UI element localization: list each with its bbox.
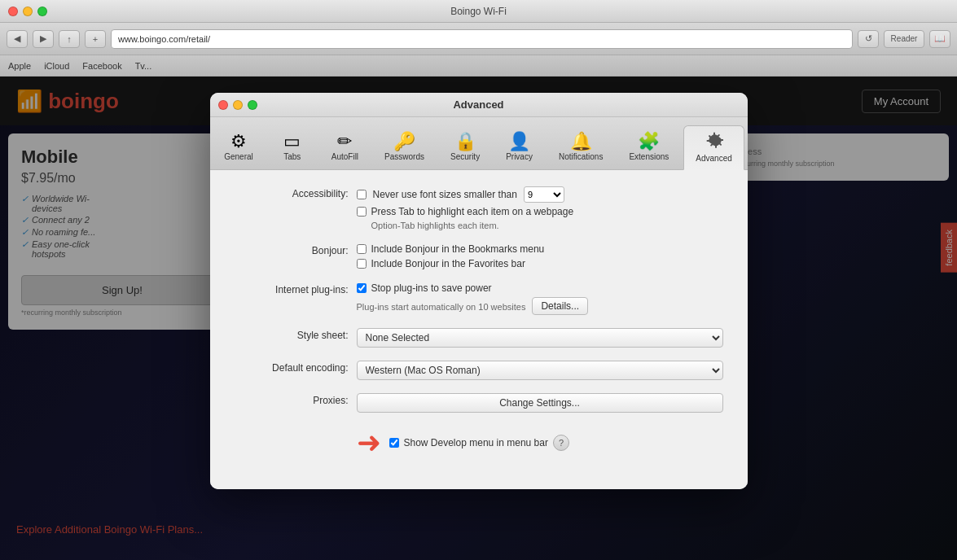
tabs-icon: ▭: [283, 133, 301, 151]
develop-checkbox-row: Show Develop menu in menu bar ?: [389, 435, 569, 451]
general-icon: ⚙: [230, 133, 247, 151]
press-tab-row: Press Tab to highlight each item on a we…: [357, 206, 723, 217]
font-size-row: Never use font sizes smaller than 9: [357, 186, 723, 203]
forward-button[interactable]: ▶: [33, 30, 54, 48]
maximize-button[interactable]: [37, 7, 47, 16]
tab-security[interactable]: 🔒 Security: [439, 128, 491, 168]
dialog-minimize-button[interactable]: [233, 100, 243, 110]
stop-plugins-label: Stop plug-ins to save power: [371, 282, 492, 294]
plugins-controls: Stop plug-ins to save power Plug-ins sta…: [357, 282, 723, 315]
arrow-container: ➜ Show Develop menu in menu bar ?: [357, 426, 723, 460]
tab-notifications-label: Notifications: [559, 152, 603, 161]
stylesheet-label: Style sheet:: [235, 328, 349, 341]
bonjour-label: Bonjour:: [235, 243, 349, 256]
plugins-row: Internet plug-ins: Stop plug-ins to save…: [235, 282, 723, 315]
tab-general-label: General: [224, 152, 253, 161]
accessibility-controls: Never use font sizes smaller than 9 Pres…: [357, 186, 723, 230]
bonjour-favorites-checkbox[interactable]: [357, 259, 367, 269]
accessibility-label: Accessibility:: [235, 186, 349, 199]
tab-advanced[interactable]: Advanced: [683, 125, 744, 170]
stylesheet-controls: None Selected: [357, 328, 723, 348]
share-button[interactable]: ↑: [59, 30, 80, 48]
help-button[interactable]: ?: [553, 435, 569, 451]
show-develop-label: Show Develop menu in menu bar: [404, 437, 548, 448]
bonjour-favorites-row: Include Bonjour in the Favorites bar: [357, 258, 723, 269]
extensions-icon: 🧩: [638, 133, 660, 151]
dialog-titlebar: Advanced: [210, 93, 748, 117]
tab-passwords-label: Passwords: [384, 152, 424, 161]
details-button[interactable]: Details...: [532, 297, 588, 315]
tab-tabs[interactable]: ▭ Tabs: [268, 128, 317, 168]
advanced-dialog: Advanced ⚙ General ▭ Tabs ✏ AutoFill: [210, 93, 748, 489]
bonjour-bookmarks-label: Include Bonjour in the Bookmarks menu: [371, 243, 545, 255]
plugin-note: Plug-ins start automatically on 10 websi…: [357, 302, 526, 312]
browser-title: Boingo Wi-Fi: [450, 6, 507, 17]
dialog-content: Accessibility: Never use font sizes smal…: [210, 170, 748, 489]
develop-label-empty: [235, 426, 349, 427]
title-bar: Boingo Wi-Fi: [0, 0, 957, 23]
tab-notifications[interactable]: 🔔 Notifications: [547, 128, 614, 168]
press-tab-checkbox[interactable]: [357, 207, 367, 217]
dialog-close-button[interactable]: [218, 100, 228, 110]
bookmark-facebook[interactable]: Facebook: [82, 61, 121, 71]
tab-extensions-label: Extensions: [629, 152, 669, 161]
security-icon: 🔒: [454, 133, 476, 151]
encoding-select[interactable]: Western (Mac OS Roman) Unicode (UTF-8): [357, 361, 723, 380]
bonjour-bookmarks-row: Include Bonjour in the Bookmarks menu: [357, 243, 723, 255]
stop-plugins-row: Stop plug-ins to save power: [357, 282, 723, 294]
bookmark-icloud[interactable]: iCloud: [44, 61, 69, 71]
tab-privacy-label: Privacy: [506, 152, 533, 161]
encoding-row: Default encoding: Western (Mac OS Roman)…: [235, 361, 723, 380]
autofill-icon: ✏: [337, 133, 352, 151]
press-tab-label: Press Tab to highlight each item on a we…: [371, 206, 574, 217]
tab-autofill[interactable]: ✏ AutoFill: [320, 128, 370, 168]
tab-extensions[interactable]: 🧩 Extensions: [617, 128, 680, 168]
tab-security-label: Security: [450, 152, 480, 161]
tab-general[interactable]: ⚙ General: [213, 128, 265, 168]
website-content: 📶 boingo My Account Mobile $7.95/mo ✓ Wo…: [0, 77, 957, 560]
dialog-maximize-button[interactable]: [248, 100, 257, 110]
plugins-label: Internet plug-ins:: [235, 282, 349, 295]
sidebar-toggle[interactable]: 📖: [929, 30, 950, 48]
encoding-controls: Western (Mac OS Roman) Unicode (UTF-8): [357, 361, 723, 380]
address-bar-container: [111, 29, 853, 49]
proxies-controls: Change Settings...: [357, 393, 723, 413]
passwords-icon: 🔑: [393, 133, 415, 151]
back-button[interactable]: ◀: [7, 30, 28, 48]
browser-window: Boingo Wi-Fi ◀ ▶ ↑ + ↺ Reader 📖 Apple iC…: [0, 0, 957, 560]
minimize-button[interactable]: [23, 7, 33, 16]
stylesheet-row: Style sheet: None Selected: [235, 328, 723, 348]
font-size-select[interactable]: 9: [524, 186, 564, 203]
close-button[interactable]: [8, 7, 18, 16]
bonjour-bookmarks-checkbox[interactable]: [357, 244, 367, 254]
modal-overlay: Advanced ⚙ General ▭ Tabs ✏ AutoFill: [0, 77, 957, 560]
bonjour-row: Bonjour: Include Bonjour in the Bookmark…: [235, 243, 723, 269]
never-font-sizes-checkbox[interactable]: [357, 190, 367, 199]
show-develop-checkbox[interactable]: [389, 438, 399, 448]
reader-button[interactable]: Reader: [884, 30, 924, 48]
option-tab-note: Option-Tab highlights each item.: [371, 221, 723, 230]
dialog-window-buttons: [218, 100, 257, 110]
bookmark-apple[interactable]: Apple: [8, 61, 31, 71]
bonjour-controls: Include Bonjour in the Bookmarks menu In…: [357, 243, 723, 269]
stylesheet-select[interactable]: None Selected: [357, 328, 723, 348]
develop-row: ➜ Show Develop menu in menu bar ?: [235, 426, 723, 460]
tab-advanced-label: Advanced: [696, 154, 731, 163]
refresh-button[interactable]: ↺: [858, 30, 879, 48]
notifications-icon: 🔔: [570, 133, 592, 151]
proxies-row: Proxies: Change Settings...: [235, 393, 723, 413]
dialog-title: Advanced: [453, 98, 503, 111]
bookmarks-bar: Apple iCloud Facebook Tv...: [0, 55, 957, 77]
tab-passwords[interactable]: 🔑 Passwords: [373, 128, 436, 168]
privacy-icon: 👤: [508, 133, 530, 151]
stop-plugins-checkbox[interactable]: [357, 283, 367, 293]
tab-privacy[interactable]: 👤 Privacy: [494, 128, 544, 168]
window-buttons: [8, 7, 47, 16]
address-input[interactable]: [111, 29, 853, 49]
bookmark-tv[interactable]: Tv...: [135, 61, 152, 71]
add-tab-button[interactable]: +: [85, 30, 106, 48]
never-font-sizes-label: Never use font sizes smaller than: [373, 189, 517, 200]
change-settings-button[interactable]: Change Settings...: [357, 393, 723, 413]
tab-tabs-label: Tabs: [283, 152, 301, 161]
arrow-icon: ➜: [357, 426, 381, 460]
